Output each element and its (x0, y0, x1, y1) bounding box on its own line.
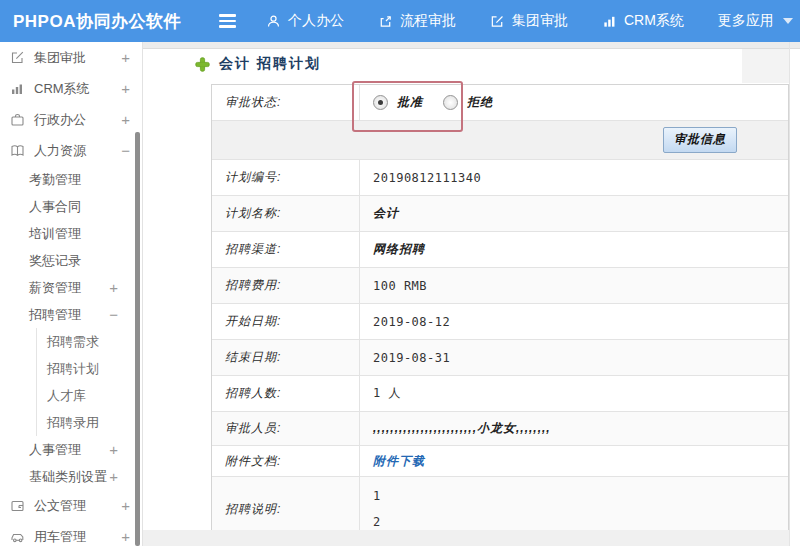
nav-personal-office[interactable]: 个人办公 (266, 12, 344, 30)
radio-reject[interactable] (443, 95, 458, 110)
document-icon (10, 498, 25, 513)
attachment-download-link[interactable]: 附件下载 (373, 453, 425, 470)
expand-icon[interactable]: + (121, 81, 130, 96)
start-date-value: 2019-08-12 (360, 304, 788, 339)
briefcase-icon (10, 112, 25, 127)
phpoa-window: PHPOA协同办公软件 个人办公 流程审批 集团审批 (0, 0, 800, 546)
sidebar-item-personnel-mgmt[interactable]: 人事管理 + (0, 436, 142, 463)
radio-approve[interactable] (373, 95, 388, 110)
recruit-channel-value: 网络招聘 (360, 232, 788, 267)
bar-chart-icon (602, 14, 617, 29)
compose-icon (490, 14, 505, 29)
page-header: 会计 招聘计划 (195, 55, 321, 73)
content-corner-panel (742, 49, 789, 83)
expand-icon[interactable]: + (121, 50, 130, 65)
content-top-band (143, 42, 800, 49)
expand-icon[interactable]: + (121, 529, 130, 544)
expand-icon[interactable]: + (109, 469, 118, 484)
collapse-icon[interactable]: − (121, 143, 130, 158)
expand-icon[interactable]: + (109, 442, 118, 457)
sidebar-item-vehicle-mgmt[interactable]: 用车管理 + (0, 521, 142, 546)
bar-chart-icon (10, 81, 25, 96)
content-right-divider (789, 42, 790, 546)
sidebar-item-admin-office[interactable]: 行政办公 + (0, 104, 142, 135)
sidebar-item-document-mgmt[interactable]: 公文管理 + (0, 490, 142, 521)
sidebar-item-training[interactable]: 培训管理 (0, 220, 142, 247)
top-bar: PHPOA协同办公软件 个人办公 流程审批 集团审批 (0, 0, 800, 42)
approve-info-button[interactable]: 审批信息 (663, 127, 737, 153)
sidebar-item-salary[interactable]: 薪资管理 + (0, 274, 142, 301)
row-approval-status: 审批状态: 批准 拒绝 (212, 85, 788, 121)
row-approve-action: 审批信息 (212, 121, 788, 160)
row-recruit-cost: 招聘费用: 100 RMB (212, 268, 788, 304)
main-content: 会计 招聘计划 审批状态: 批准 拒绝 审批信息 计划编号: 201908121… (142, 42, 800, 546)
nav-process-approval[interactable]: 流程审批 (378, 12, 456, 30)
sidebar-item-recruit-plan[interactable]: 招聘计划 (36, 355, 142, 382)
headcount-value: 1 人 (360, 376, 788, 411)
sidebar-item-hr-contract[interactable]: 人事合同 (0, 193, 142, 220)
sidebar-item-group-approval[interactable]: 集团审批 + (0, 42, 142, 73)
sidebar-item-base-category[interactable]: 基础类别设置 + (0, 463, 142, 490)
hamburger-menu-icon[interactable] (219, 14, 236, 28)
approvers-value: ,,,,,,,,,,,,,,,,,,,,,,,,小龙女,,,,,,,, (360, 412, 788, 445)
compose-icon (10, 50, 25, 65)
app-title: PHPOA协同办公软件 (0, 10, 181, 33)
plan-number-value: 20190812111340 (360, 160, 788, 195)
sidebar-item-crm[interactable]: CRM系统 + (0, 73, 142, 104)
top-nav: 个人办公 流程审批 集团审批 CRM系统 更多应用 (266, 12, 793, 30)
sidebar-item-attendance[interactable]: 考勤管理 (0, 166, 142, 193)
sidebar-item-rewards[interactable]: 奖惩记录 (0, 247, 142, 274)
sidebar: 集团审批 + CRM系统 + 行政办公 + 人力资源 − 考勤管理 (0, 42, 142, 546)
nav-more-apps[interactable]: 更多应用 (718, 12, 793, 30)
approval-status-radio-group: 批准 拒绝 (360, 85, 788, 120)
sidebar-item-recruit-need[interactable]: 招聘需求 (36, 328, 142, 355)
green-plus-icon (195, 57, 210, 72)
radio-reject-label[interactable]: 拒绝 (467, 94, 493, 111)
car-icon (10, 529, 25, 544)
row-approvers: 审批人员: ,,,,,,,,,,,,,,,,,,,,,,,,小龙女,,,,,,,… (212, 412, 788, 446)
expand-icon[interactable]: + (109, 280, 118, 295)
process-approval-icon (378, 14, 393, 29)
description-line: 1 (373, 489, 381, 503)
plan-name-value: 会计 (360, 196, 788, 231)
expand-icon[interactable]: + (121, 112, 130, 127)
caret-down-icon (783, 18, 793, 24)
person-icon (266, 14, 281, 29)
radio-approve-label[interactable]: 批准 (397, 94, 423, 111)
row-plan-name: 计划名称: 会计 (212, 196, 788, 232)
book-icon (10, 143, 25, 158)
field-label: 审批状态: (212, 85, 360, 120)
recruit-cost-value: 100 RMB (360, 268, 788, 303)
row-plan-number: 计划编号: 20190812111340 (212, 160, 788, 196)
row-recruit-channel: 招聘渠道: 网络招聘 (212, 232, 788, 268)
expand-icon[interactable]: + (121, 498, 130, 513)
row-start-date: 开始日期: 2019-08-12 (212, 304, 788, 340)
nav-crm-system[interactable]: CRM系统 (602, 12, 684, 30)
description-line: 2 (373, 515, 381, 529)
sidebar-scrollbar-thumb[interactable] (135, 132, 140, 546)
page-title: 会计 招聘计划 (219, 55, 321, 73)
sidebar-item-talent-pool[interactable]: 人才库 (36, 382, 142, 409)
end-date-value: 2019-08-31 (360, 340, 788, 375)
row-attachment: 附件文档: 附件下载 (212, 446, 788, 477)
sidebar-item-recruit-hire[interactable]: 招聘录用 (36, 409, 142, 436)
content-bottom-band (143, 530, 789, 546)
row-headcount: 招聘人数: 1 人 (212, 376, 788, 412)
recruit-plan-form: 审批状态: 批准 拒绝 审批信息 计划编号: 20190812111340 计划… (211, 84, 789, 542)
sidebar-item-recruit-mgmt[interactable]: 招聘管理 − (0, 301, 142, 328)
nav-group-approval[interactable]: 集团审批 (490, 12, 568, 30)
sidebar-item-hr[interactable]: 人力资源 − (0, 135, 142, 166)
collapse-icon[interactable]: − (109, 307, 118, 322)
row-end-date: 结束日期: 2019-08-31 (212, 340, 788, 376)
